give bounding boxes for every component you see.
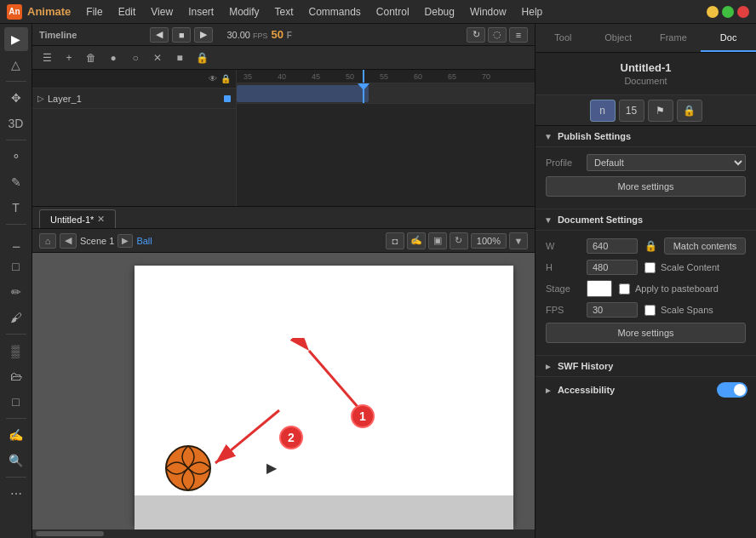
tl-remove-keyframe[interactable]: ✕ <box>148 49 167 66</box>
playback-prev[interactable]: ◀ <box>150 27 169 43</box>
tl-layer-group[interactable]: ☰ <box>37 49 56 66</box>
tab-object[interactable]: Object <box>591 24 646 52</box>
breadcrumb-scene-btn[interactable]: ▶ <box>117 234 133 248</box>
stage-tab-close-icon[interactable]: ✕ <box>97 214 105 225</box>
swf-collapse-icon: ► <box>544 362 553 371</box>
breadcrumb-home[interactable]: ⌂ <box>39 233 56 249</box>
tool-lasso[interactable]: ⚬ <box>4 145 28 169</box>
tl-add-layer[interactable]: + <box>60 49 78 66</box>
tab-tool[interactable]: Tool <box>536 24 591 52</box>
tool-pen[interactable]: ✎ <box>4 170 28 194</box>
menu-insert[interactable]: Insert <box>181 4 220 20</box>
canvas-stage[interactable]: ▶ 2 <box>32 253 535 529</box>
tool-select[interactable]: ▶ <box>4 27 28 51</box>
playhead-track[interactable] <box>363 83 364 103</box>
prop-btn-15[interactable]: 15 <box>619 100 644 122</box>
prop-btn-lock[interactable]: 🔒 <box>677 100 702 122</box>
menu-control[interactable]: Control <box>369 4 416 20</box>
minimize-button[interactable] <box>707 6 719 18</box>
tl-lock[interactable]: 🔒 <box>192 49 211 66</box>
scale-spans-checkbox[interactable] <box>644 305 656 316</box>
doc-settings-header[interactable]: ▼ Document Settings <box>536 209 756 231</box>
tl-onion-skin[interactable]: ◌ <box>488 27 507 43</box>
apply-pasteboard-checkbox[interactable] <box>619 283 630 295</box>
ruler-mark-40: 40 <box>278 72 286 81</box>
tool-zoom[interactable]: 🔍 <box>4 449 28 472</box>
accessibility-header[interactable]: ► Accessibility <box>536 377 756 403</box>
tool-free-transform[interactable]: ✥ <box>4 86 28 110</box>
tool-paint-bucket[interactable]: ▒ <box>4 339 28 363</box>
tool-eyedropper[interactable]: 🗁 <box>4 364 28 388</box>
fps-input[interactable] <box>587 302 638 318</box>
ruler-mark-55: 55 <box>380 72 388 81</box>
tl-motion-tween[interactable]: ■ <box>170 49 189 66</box>
tool-text[interactable]: T <box>4 196 28 220</box>
doc-collapse-icon: ▼ <box>544 215 553 225</box>
tab-frame[interactable]: Frame <box>646 24 702 52</box>
tool-brush[interactable]: 🖌 <box>4 306 28 329</box>
doc-subtitle: Document <box>546 76 746 86</box>
stage-row: Stage Apply to pasteboard <box>546 280 746 297</box>
toolbar-separator-2 <box>6 140 26 140</box>
menu-text[interactable]: Text <box>267 4 300 20</box>
profile-select[interactable]: Default <box>587 154 746 171</box>
tool-3d[interactable]: 3D <box>4 112 28 135</box>
playback-stop[interactable]: ■ <box>172 27 191 43</box>
stage-tab-untitled[interactable]: Untitled-1* ✕ <box>39 209 116 228</box>
ruler-mark-70: 70 <box>482 72 490 81</box>
tl-keyframe[interactable]: ● <box>104 49 123 66</box>
publish-more-settings-btn[interactable]: More settings <box>546 176 746 197</box>
tool-more[interactable]: ⋯ <box>4 482 28 506</box>
app-logo: An <box>7 4 22 20</box>
width-row: W 🔒 Match contents <box>546 238 746 255</box>
breadcrumb-back[interactable]: ◀ <box>60 233 77 249</box>
accessibility-toggle[interactable] <box>717 382 747 398</box>
tool-line[interactable]: ⎯ <box>4 229 28 253</box>
tool-eraser[interactable]: □ <box>4 390 28 414</box>
hand-tool[interactable]: ✍ <box>407 232 426 249</box>
layer-row-1[interactable]: ▷ Layer_1 <box>32 89 236 109</box>
frame-track-filled <box>237 85 369 102</box>
scrollbar-thumb-h[interactable] <box>36 531 104 536</box>
menu-window[interactable]: Window <box>463 4 513 20</box>
tab-doc[interactable]: Doc <box>701 24 756 52</box>
fit-stage[interactable]: ▣ <box>428 232 447 249</box>
tool-pencil[interactable]: ✏ <box>4 280 28 304</box>
svg-line-2 <box>215 410 279 463</box>
menu-view[interactable]: View <box>144 4 180 20</box>
width-input[interactable] <box>587 238 638 254</box>
menu-edit[interactable]: Edit <box>112 4 143 20</box>
match-contents-btn[interactable]: Match contents <box>664 238 746 255</box>
lock-wh-icon: 🔒 <box>644 240 657 252</box>
stage-color-swatch[interactable] <box>587 280 612 297</box>
doc-more-settings-btn[interactable]: More settings <box>546 323 746 343</box>
menu-file[interactable]: File <box>79 4 109 20</box>
canvas-scrollbar-h[interactable] <box>32 529 535 538</box>
tool-rect[interactable]: □ <box>4 255 28 278</box>
menu-debug[interactable]: Debug <box>418 4 461 20</box>
menu-help[interactable]: Help <box>515 4 550 20</box>
snap-tool[interactable]: ◘ <box>386 232 404 249</box>
rotate-tool[interactable]: ↻ <box>450 232 468 249</box>
menu-modify[interactable]: Modify <box>222 4 266 20</box>
playhead-ruler[interactable] <box>363 70 364 83</box>
tl-delete-layer[interactable]: 🗑 <box>82 49 100 66</box>
zoom-dropdown[interactable]: ▼ <box>509 232 528 249</box>
tl-settings[interactable]: ≡ <box>509 27 528 43</box>
height-input[interactable] <box>587 260 638 275</box>
accessibility-title: Accessibility <box>558 385 615 395</box>
prop-btn-flag[interactable]: ⚑ <box>648 100 673 122</box>
scale-content-checkbox[interactable] <box>644 262 656 273</box>
close-button[interactable] <box>737 6 749 18</box>
tl-blank-keyframe[interactable]: ○ <box>126 49 145 66</box>
tl-loop[interactable]: ↻ <box>467 27 485 43</box>
playback-next[interactable]: ▶ <box>194 27 213 43</box>
menu-commands[interactable]: Commands <box>302 4 368 20</box>
publish-settings-header[interactable]: ▼ Publish Settings <box>536 126 756 147</box>
swf-history-header[interactable]: ► SWF History <box>536 356 756 377</box>
prop-btn-n[interactable]: n <box>590 100 616 122</box>
fps-prop-label: FPS <box>546 305 580 315</box>
tool-subselect[interactable]: △ <box>4 53 28 77</box>
maximize-button[interactable] <box>722 6 734 18</box>
tool-hand[interactable]: ✍ <box>4 423 28 447</box>
